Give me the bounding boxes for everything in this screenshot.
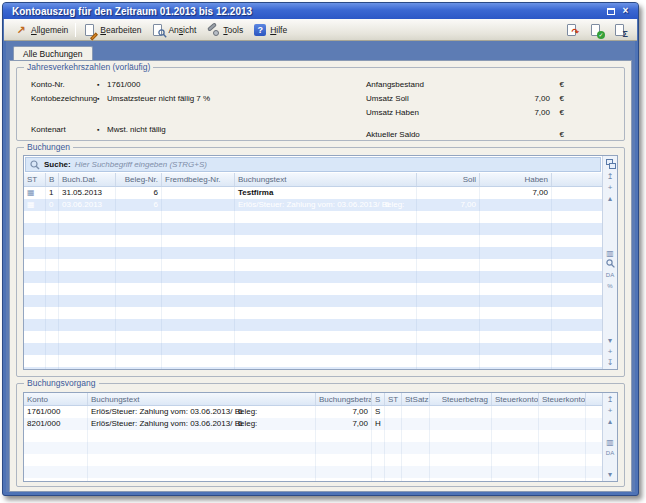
empty-booking-row[interactable]: [24, 283, 602, 295]
group-buchungsvorgang: Buchungsvorgang Konto Buchungstext Buchu…: [16, 383, 625, 487]
empty-booking-row[interactable]: [24, 343, 602, 355]
main-panel: Jahresverkehrszahlen (vorläufig) Konto-N…: [9, 60, 632, 492]
field-bullet: ▪: [97, 126, 107, 133]
umsatz-haben-value: 7,00: [498, 108, 550, 117]
bookings-side-toolbar: ↥ + ▴ ▥ DA % ▾ + ↧: [602, 156, 617, 369]
ratio-icon[interactable]: %: [607, 281, 612, 292]
group-title: Buchungen: [24, 142, 73, 152]
append-row-icon[interactable]: +: [608, 346, 613, 357]
goto-first-icon[interactable]: ↥: [607, 394, 614, 405]
booking-row[interactable]: ▦ 1 31.05.2013 6 Testfirma 7,00: [24, 187, 602, 199]
menu-bearbeiten[interactable]: Bearbeiten: [78, 21, 146, 39]
goto-first-icon[interactable]: ↥: [607, 171, 614, 182]
toolbar-ok-button[interactable]: ✓: [584, 21, 608, 39]
empty-booking-row[interactable]: [24, 259, 602, 271]
transaction-side-toolbar: ↥ + ▴ ▥ DA ▾: [602, 393, 617, 481]
insert-row-icon[interactable]: +: [608, 405, 613, 416]
transaction-header-row[interactable]: Konto Buchungstext Buchungsbetrag S ST S…: [24, 393, 602, 406]
search-input[interactable]: Hier Suchbegriff eingeben (STRG+S): [75, 160, 207, 169]
document-ok-icon: ✓: [589, 23, 603, 37]
empty-booking-row[interactable]: [24, 235, 602, 247]
field-kontenart: Kontenart ▪ Mwst. nicht fällig: [31, 122, 366, 136]
empty-booking-row[interactable]: [24, 247, 602, 259]
close-button[interactable]: ×: [619, 5, 632, 17]
document-transfer-icon: ↷: [565, 23, 579, 37]
column-chooser-icon[interactable]: [606, 159, 615, 168]
currency-symbol: €: [550, 108, 564, 117]
booking-row-selected[interactable]: ▦ 0 03.06.2013 6 Erlös/Steuer: Zahlung v…: [24, 199, 602, 211]
field-anfangsbestand: Anfangsbestand €: [366, 77, 564, 91]
transaction-row[interactable]: 8201/000 Erlös/Steuer: Zahlung vom: 03.0…: [24, 418, 602, 430]
field-bullet: ▪: [97, 81, 107, 88]
search-bar[interactable]: Suche: Hier Suchbegriff eingeben (STRG+S…: [25, 157, 601, 172]
tab-alle-buchungen[interactable]: Alle Buchungen: [13, 46, 93, 60]
group-title: Buchungsvorgang: [24, 378, 99, 388]
empty-booking-row[interactable]: [24, 211, 602, 223]
scroll-down-icon[interactable]: ▾: [608, 469, 612, 480]
tools-icon: [206, 23, 220, 37]
empty-transaction-row[interactable]: [24, 430, 602, 442]
search-icon: [30, 160, 40, 170]
scroll-up-icon[interactable]: ▴: [608, 193, 612, 204]
window-title: Kontoauszug für den Zeitraum 01.2013 bis…: [12, 6, 252, 17]
menu-ansicht[interactable]: Ansicht: [146, 21, 201, 39]
toolbar-sum-button[interactable]: Σ: [608, 21, 632, 39]
field-aktueller-saldo: Aktueller Saldo €: [366, 127, 564, 141]
group-title: Jahresverkehrszahlen (vorläufig): [24, 62, 153, 72]
magnifier-document-icon: [151, 23, 165, 37]
goto-last-icon[interactable]: ↧: [607, 357, 614, 368]
field-umsatz-haben: Umsatz Haben 7,00 €: [366, 105, 564, 119]
columns-icon[interactable]: ▥: [606, 248, 614, 259]
umsatz-soll-value: 7,00: [498, 94, 550, 103]
sort-date-icon[interactable]: DA: [606, 448, 614, 459]
kontobezeichnung-value: Umsatzsteuer nicht fällig 7 %: [107, 94, 210, 103]
empty-booking-row[interactable]: [24, 295, 602, 307]
content-area: Alle Buchungen Jahresverkehrszahlen (vor…: [6, 41, 635, 492]
field-kontobezeichnung: Kontobezeichnung ▪ Umsatzsteuer nicht fä…: [31, 91, 366, 105]
help-icon: ?: [253, 23, 267, 37]
bookings-header-row[interactable]: ST B Buch.Dat. Beleg-Nr. Fremdbeleg-Nr. …: [24, 173, 602, 187]
menu-tools[interactable]: Tools: [201, 21, 248, 39]
menu-hilfe[interactable]: ? Hilfe: [248, 21, 292, 39]
scroll-up-icon[interactable]: ▴: [608, 416, 612, 427]
field-konto-nr: Konto-Nr. ▪ 1761/000: [31, 77, 366, 91]
empty-booking-row[interactable]: [24, 271, 602, 283]
currency-symbol: €: [550, 130, 564, 139]
restore-button[interactable]: [604, 5, 617, 17]
menu-separator: [75, 23, 76, 37]
insert-row-icon[interactable]: +: [608, 182, 613, 193]
kontenart-value: Mwst. nicht fällig: [107, 125, 166, 134]
tab-bar: Alle Buchungen: [9, 44, 632, 60]
close-icon: ×: [623, 6, 629, 16]
empty-booking-row[interactable]: [24, 319, 602, 331]
group-buchungen: Buchungen Suche: Hier Suchbegriff eingeb…: [16, 147, 625, 377]
sort-date-icon[interactable]: DA: [606, 270, 614, 281]
konto-nr-value: 1761/000: [107, 80, 140, 89]
edit-document-icon: [83, 23, 97, 37]
empty-transaction-row[interactable]: [24, 466, 602, 478]
empty-transaction-row[interactable]: [24, 454, 602, 466]
transaction-row[interactable]: 1761/000 Erlös/Steuer: Zahlung vom: 03.0…: [24, 406, 602, 418]
toolbar-transfer-button[interactable]: ↷: [560, 21, 584, 39]
scroll-down-icon[interactable]: ▾: [608, 335, 612, 346]
restore-icon: [607, 8, 615, 15]
grid-row-icon: ▦: [27, 188, 35, 197]
menu-allgemein[interactable]: ↗ Allgemein: [9, 21, 73, 39]
grid-row-icon: ▦: [27, 200, 35, 209]
empty-transaction-row[interactable]: [24, 478, 602, 481]
empty-booking-row[interactable]: [24, 367, 602, 369]
field-umsatz-soll: Umsatz Soll 7,00 €: [366, 91, 564, 105]
title-bar[interactable]: Kontoauszug für den Zeitraum 01.2013 bis…: [3, 3, 638, 19]
document-sum-icon: Σ: [613, 23, 627, 37]
app-window: Kontoauszug für den Zeitraum 01.2013 bis…: [2, 2, 639, 496]
empty-booking-row[interactable]: [24, 223, 602, 235]
group-jahresverkehrszahlen: Jahresverkehrszahlen (vorläufig) Konto-N…: [16, 67, 625, 141]
empty-booking-row[interactable]: [24, 355, 602, 367]
zoom-icon[interactable]: [606, 259, 615, 270]
field-bullet: ▪: [97, 95, 107, 102]
empty-booking-row[interactable]: [24, 307, 602, 319]
columns-icon[interactable]: ▥: [606, 437, 614, 448]
empty-booking-row[interactable]: [24, 331, 602, 343]
empty-transaction-row[interactable]: [24, 442, 602, 454]
currency-symbol: €: [550, 80, 564, 89]
